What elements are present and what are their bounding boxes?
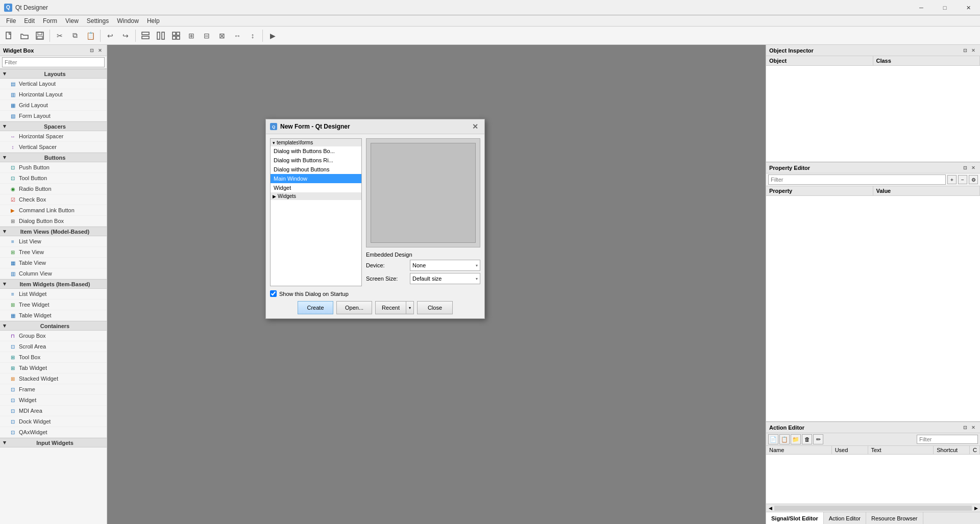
category-containers[interactable]: ▾ Containers	[0, 321, 107, 331]
widget-dialog-button-box[interactable]: ⊞ Dialog Button Box	[0, 216, 107, 227]
widget-horizontal-spacer[interactable]: ↔ Horizontal Spacer	[0, 131, 107, 142]
widget-tab-widget[interactable]: ⊞ Tab Widget	[0, 363, 107, 373]
close-button[interactable]: Close	[417, 301, 453, 314]
toolbar-preview[interactable]: ▶	[265, 29, 280, 43]
widget-table-widget[interactable]: ▦ Table Widget	[0, 310, 107, 321]
widget-grid-layout[interactable]: ▦ Grid Layout	[0, 100, 107, 111]
widget-vertical-spacer[interactable]: ↕ Vertical Spacer	[0, 142, 107, 153]
widget-frame[interactable]: ⊡ Frame	[0, 384, 107, 395]
object-inspector-close[interactable]: ✕	[970, 47, 977, 54]
category-spacers[interactable]: ▾ Spacers	[0, 121, 107, 131]
form-dialog-buttons-right[interactable]: Dialog with Buttons Ri...	[271, 156, 361, 165]
widget-filter-input[interactable]	[2, 57, 105, 67]
toolbar-break-layout[interactable]: ⊟	[200, 29, 214, 43]
widget-tree-view[interactable]: ⊞ Tree View	[0, 247, 107, 258]
property-editor-close[interactable]: ✕	[970, 164, 977, 171]
toolbar-copy[interactable]: ⧉	[68, 29, 82, 43]
category-item-views[interactable]: ▾ Item Views (Model-Based)	[0, 227, 107, 236]
menu-settings[interactable]: Settings	[83, 16, 113, 26]
menu-view[interactable]: View	[61, 16, 83, 26]
widget-command-link-button[interactable]: ▶ Command Link Button	[0, 205, 107, 216]
toolbar-save[interactable]	[33, 29, 47, 43]
toolbar-expand-v[interactable]: ↕	[246, 29, 260, 43]
widget-list-view[interactable]: ≡ List View	[0, 236, 107, 247]
toolbar-layout-h[interactable]	[154, 29, 168, 43]
menu-form[interactable]: Form	[39, 16, 61, 26]
toolbar-layout-form[interactable]: ⊞	[184, 29, 199, 43]
tab-action-editor[interactable]: Action Editor	[824, 512, 866, 524]
create-button[interactable]: Create	[298, 301, 333, 314]
toolbar-open[interactable]	[17, 29, 32, 43]
widget-list-widget[interactable]: ≡ List Widget	[0, 289, 107, 300]
scroll-track[interactable]	[774, 506, 972, 511]
property-filter-input[interactable]	[768, 174, 946, 185]
property-add-button[interactable]: +	[947, 175, 957, 184]
widget-tool-button[interactable]: ⊡ Tool Button	[0, 173, 107, 184]
category-item-widgets[interactable]: ▾ Item Widgets (Item-Based)	[0, 279, 107, 289]
form-widget[interactable]: Widget	[271, 183, 361, 192]
close-button[interactable]: ✕	[957, 0, 980, 15]
recent-button[interactable]: Recent	[375, 301, 406, 314]
action-open-button[interactable]: 📁	[791, 434, 801, 444]
widget-column-view[interactable]: ▥ Column View	[0, 268, 107, 279]
tab-signal-slot-editor[interactable]: Signal/Slot Editor	[766, 512, 824, 524]
toolbar-undo[interactable]: ↩	[103, 29, 117, 43]
startup-checkbox[interactable]	[270, 290, 277, 297]
action-editor-float[interactable]: ⊡	[962, 424, 969, 431]
action-delete-button[interactable]: 🗑	[802, 434, 812, 444]
screen-size-select[interactable]: Default size ▾	[410, 273, 480, 284]
property-config-button[interactable]: ⚙	[969, 175, 978, 184]
toolbar-layout-v[interactable]	[138, 29, 153, 43]
toolbar-adjust-size[interactable]: ⊠	[215, 29, 229, 43]
tab-resource-browser[interactable]: Resource Browser	[866, 512, 923, 524]
widget-table-view[interactable]: ▦ Table View	[0, 258, 107, 268]
action-filter-input[interactable]	[917, 435, 978, 444]
widget-push-button[interactable]: ⊡ Push Button	[0, 162, 107, 173]
device-select[interactable]: None ▾	[410, 260, 480, 271]
toolbar-redo[interactable]: ↪	[118, 29, 133, 43]
widget-qax-widget[interactable]: ⊡ QAxWidget	[0, 427, 107, 438]
widget-dock-widget[interactable]: ⊡ Dock Widget	[0, 416, 107, 427]
widget-radio-button[interactable]: ◉ Radio Button	[0, 184, 107, 194]
action-edit-button[interactable]: ✏	[813, 434, 823, 444]
action-editor-close[interactable]: ✕	[970, 424, 977, 431]
widget-check-box[interactable]: ☑ Check Box	[0, 194, 107, 205]
toolbar-expand-h[interactable]: ↔	[230, 29, 244, 43]
widget-tree-widget[interactable]: ⊞ Tree Widget	[0, 300, 107, 310]
widget-form-layout[interactable]: ▧ Form Layout	[0, 111, 107, 121]
menu-edit[interactable]: Edit	[20, 16, 39, 26]
widget-vertical-layout[interactable]: ▤ Vertical Layout	[0, 79, 107, 89]
form-dialog-buttons-bottom[interactable]: Dialog with Buttons Bo...	[271, 146, 361, 156]
minimize-button[interactable]: ─	[910, 0, 933, 15]
widget-group-box[interactable]: ⊓ Group Box	[0, 331, 107, 341]
property-remove-button[interactable]: −	[958, 175, 967, 184]
widget-mdi-area[interactable]: ⊡ MDI Area	[0, 406, 107, 416]
widget-widget[interactable]: ⊡ Widget	[0, 395, 107, 406]
widget-horizontal-layout[interactable]: ▥ Horizontal Layout	[0, 89, 107, 100]
form-main-window[interactable]: Main Window	[271, 174, 361, 183]
widgets-header[interactable]: ▶ Widgets	[271, 192, 361, 200]
toolbar-paste[interactable]: 📋	[83, 29, 97, 43]
action-copy-button[interactable]: 📋	[779, 434, 790, 444]
widget-stacked-widget[interactable]: ⊞ Stacked Widget	[0, 373, 107, 384]
widget-box-close[interactable]: ✕	[96, 47, 104, 54]
menu-file[interactable]: File	[2, 16, 20, 26]
recent-arrow-button[interactable]: ▾	[406, 301, 414, 314]
property-editor-float[interactable]: ⊡	[962, 164, 969, 171]
toolbar-cut[interactable]: ✂	[53, 29, 67, 43]
category-buttons[interactable]: ▾ Buttons	[0, 153, 107, 162]
widget-box-float[interactable]: ⊡	[88, 47, 95, 54]
menu-help[interactable]: Help	[143, 16, 164, 26]
widget-scroll-area[interactable]: ⊡ Scroll Area	[0, 341, 107, 352]
scroll-right-arrow[interactable]: ▶	[972, 504, 980, 512]
action-new-button[interactable]: 📄	[768, 434, 778, 444]
widget-tool-box[interactable]: ⊞ Tool Box	[0, 352, 107, 363]
form-dialog-no-buttons[interactable]: Dialog without Buttons	[271, 165, 361, 174]
toolbar-new[interactable]	[2, 29, 16, 43]
templates-header[interactable]: ▾ templates\forms	[271, 139, 361, 146]
category-input-widgets[interactable]: ▾ Input Widgets	[0, 438, 107, 447]
restore-button[interactable]: □	[933, 0, 957, 15]
dialog-close-button[interactable]: ✕	[470, 121, 480, 132]
toolbar-layout-grid[interactable]	[169, 29, 183, 43]
object-inspector-float[interactable]: ⊡	[962, 47, 969, 54]
